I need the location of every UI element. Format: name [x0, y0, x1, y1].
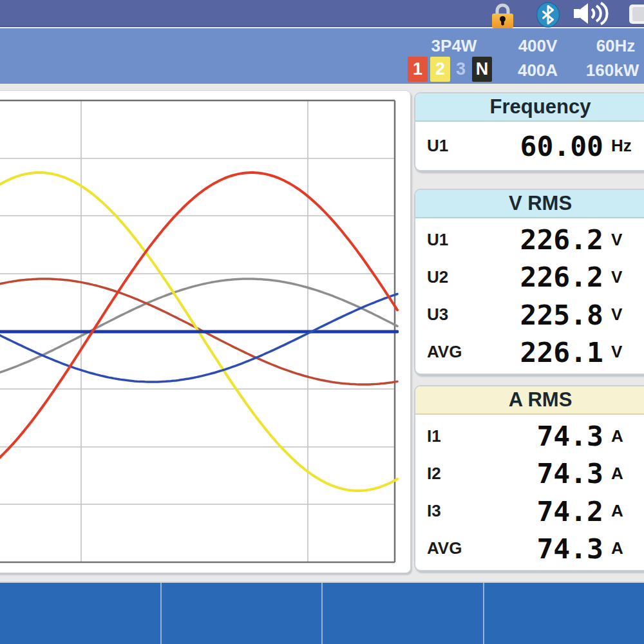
power-range: 160kW — [573, 59, 644, 81]
channel-label: AVG — [415, 538, 469, 558]
waveform-chart — [0, 91, 412, 574]
arms-row-i1: I1 74.3 A — [415, 417, 644, 455]
frequency-panel: Frequency U1 60.00 Hz — [414, 92, 644, 171]
softkey-bar — [0, 582, 644, 644]
lock-icon — [490, 1, 515, 32]
frequency-setting: 60Hz — [577, 35, 644, 57]
frequency-panel-title: Frequency — [415, 93, 644, 122]
frequency-unit: Hz — [603, 136, 644, 156]
current-value: 74.3 — [469, 420, 603, 452]
channel-label: U1 — [415, 230, 469, 250]
voltage-unit: V — [603, 342, 644, 362]
current-value: 74.3 — [469, 533, 603, 565]
softkey-1[interactable] — [0, 583, 160, 644]
vrms-panel: V RMS U1 226.2 V U2 226.2 V U3 225.8 V A… — [414, 189, 644, 375]
vrms-row-avg: AVG 226.1 V — [415, 334, 644, 371]
current-unit: A — [603, 501, 644, 521]
vrms-row-u1: U1 226.2 V — [415, 221, 644, 258]
arms-panel: A RMS I1 74.3 A I2 74.3 A I3 74.2 A AVG … — [414, 385, 644, 571]
channel-label: U3 — [415, 305, 469, 325]
current-value: 74.3 — [469, 457, 603, 489]
bluetooth-icon — [535, 1, 561, 31]
softkey-4[interactable] — [483, 583, 644, 644]
voltage-value: 226.2 — [469, 261, 603, 293]
frequency-row-u1: U1 60.00 Hz — [415, 128, 644, 165]
channel-label: AVG — [415, 342, 469, 362]
arms-row-i3: I3 74.2 A — [415, 493, 644, 530]
frequency-value: 60.00 — [469, 130, 603, 162]
voltage-value: 225.8 — [469, 299, 603, 331]
speaker-icon — [574, 2, 618, 28]
channel-indicator-1: 1 — [408, 57, 428, 82]
current-unit: A — [603, 426, 644, 446]
voltage-range: 400V — [499, 35, 576, 57]
softkey-3[interactable] — [321, 583, 483, 644]
arms-row-avg: AVG 74.3 A — [415, 530, 644, 567]
voltage-unit: V — [603, 267, 644, 287]
channel-label: U1 — [415, 136, 469, 156]
current-unit: A — [603, 464, 644, 484]
voltage-unit: V — [603, 305, 644, 325]
channel-indicator-3: 3 — [451, 57, 471, 82]
voltage-unit: V — [603, 230, 644, 250]
voltage-value: 226.1 — [469, 336, 603, 368]
current-unit: A — [603, 538, 644, 558]
channel-label: I2 — [415, 464, 469, 484]
power-analyzer-screen: { "topbar": { "icons": ["lock-icon", "bl… — [0, 0, 644, 644]
battery-icon — [629, 5, 644, 26]
channel-label: I1 — [415, 426, 469, 446]
channel-indicator-n: N — [472, 57, 492, 82]
waveform-panel — [0, 90, 411, 573]
channel-label: U2 — [415, 267, 469, 287]
voltage-value: 226.2 — [469, 223, 603, 256]
softkey-2[interactable] — [160, 583, 322, 644]
current-value: 74.2 — [469, 495, 603, 527]
top-icon-bar — [0, 0, 644, 27]
vrms-row-u2: U2 226.2 V — [415, 258, 644, 296]
current-range: 400A — [499, 59, 576, 81]
channel-indicator-2: 2 — [430, 57, 450, 82]
vrms-panel-title: V RMS — [415, 190, 644, 218]
channel-label: I3 — [415, 501, 469, 521]
vrms-row-u3: U3 225.8 V — [415, 296, 644, 334]
arms-row-i2: I2 74.3 A — [415, 455, 644, 492]
wiring-mode: 3P4W — [412, 35, 496, 57]
arms-panel-title: A RMS — [415, 386, 644, 415]
status-range-bar: 3P4W 400V 60Hz 1 2 3 N 400A 160kW — [0, 28, 644, 84]
